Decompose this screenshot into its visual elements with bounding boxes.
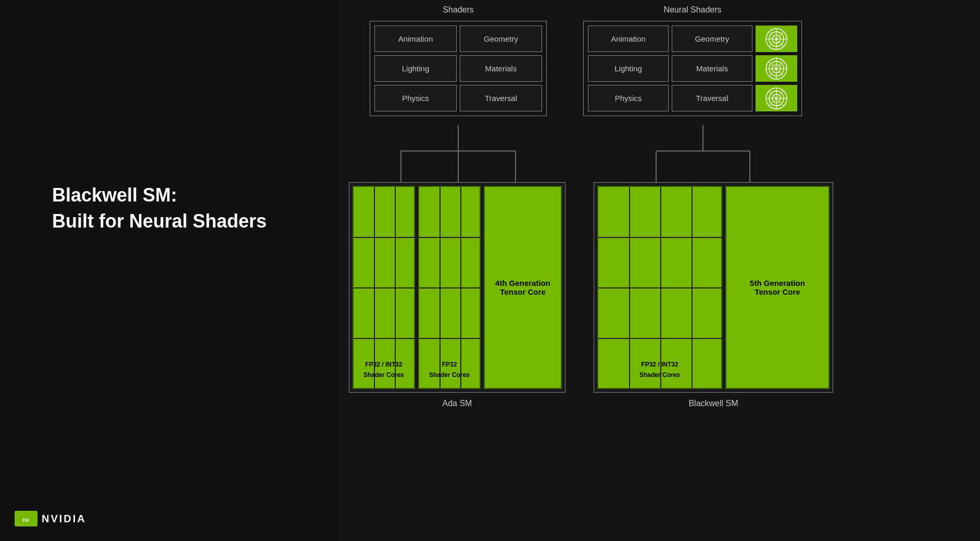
right-panel: Shaders Animation Geometry Lighting Mate… bbox=[338, 0, 980, 541]
neural-cell-lighting: Lighting bbox=[588, 55, 669, 82]
ada-grid-2 bbox=[419, 187, 482, 390]
ada-fp32-int32-label: FP32 / INT32 bbox=[354, 361, 414, 368]
shaders-box: Animation Geometry Lighting Materials Ph… bbox=[370, 21, 547, 116]
ada-tensor-label: 4th Generation Tensor Core bbox=[495, 279, 550, 296]
blackwell-block-fp32-int32: FP32 / INT32 Shader Cores bbox=[597, 186, 722, 389]
shader-cell-physics: Physics bbox=[374, 85, 457, 111]
blackwell-tensor-label: 5th Generation Tensor Core bbox=[750, 279, 805, 296]
blackwell-sm-container: FP32 / INT32 Shader Cores 5th Generation… bbox=[594, 182, 833, 408]
main-title: Blackwell SM: Built for Neural Shaders bbox=[52, 182, 267, 235]
svg-text:nv: nv bbox=[23, 517, 30, 523]
connector-lines bbox=[338, 125, 980, 182]
neural-cell-animation: Animation bbox=[588, 26, 669, 52]
ada-fp32-label: FP32 bbox=[419, 361, 480, 368]
shader-cell-geometry: Geometry bbox=[460, 26, 542, 52]
ada-grid-1 bbox=[354, 187, 416, 390]
neural-network-icon-3 bbox=[765, 87, 788, 110]
neural-icon-materials bbox=[756, 55, 797, 82]
blackwell-sm-blocks: FP32 / INT32 Shader Cores 5th Generation… bbox=[594, 182, 833, 393]
blackwell-sm-label: Blackwell SM bbox=[688, 399, 738, 408]
neural-cell-traversal: Traversal bbox=[672, 85, 752, 111]
neural-shaders-section: Neural Shaders Animation Geometry Lighti… bbox=[583, 5, 802, 116]
ada-shader-cores-label-2: Shader Cores bbox=[419, 371, 480, 379]
blackwell-shader-cores-label: Shader Cores bbox=[598, 371, 721, 379]
neural-cell-physics: Physics bbox=[588, 85, 669, 111]
neural-network-icon-2 bbox=[765, 57, 788, 80]
nvidia-logo: nv NVIDIA bbox=[15, 511, 86, 526]
ada-sm-label: Ada SM bbox=[443, 399, 472, 408]
title-line1: Blackwell SM: bbox=[52, 182, 267, 208]
ada-sm-container: FP32 / INT32 Shader Cores FP32 Shader Co… bbox=[349, 182, 566, 408]
neural-icon-geometry bbox=[756, 26, 797, 52]
neural-cell-materials: Materials bbox=[672, 55, 752, 82]
shader-cell-traversal: Traversal bbox=[460, 85, 542, 111]
shaders-label: Shaders bbox=[370, 5, 547, 15]
ada-shader-cores-label-1: Shader Cores bbox=[354, 371, 414, 379]
ada-block-tensor: 4th Generation Tensor Core bbox=[484, 186, 562, 389]
title-line2: Built for Neural Shaders bbox=[52, 208, 267, 234]
ada-sm-blocks: FP32 / INT32 Shader Cores FP32 Shader Co… bbox=[349, 182, 566, 393]
neural-shaders-label: Neural Shaders bbox=[583, 5, 802, 15]
blackwell-grid-1 bbox=[598, 187, 723, 390]
blackwell-fp32-int32-label: FP32 / INT32 bbox=[598, 361, 721, 368]
left-panel: Blackwell SM: Built for Neural Shaders n… bbox=[0, 0, 338, 541]
nvidia-text: NVIDIA bbox=[42, 513, 86, 525]
blackwell-block-tensor: 5th Generation Tensor Core bbox=[725, 186, 830, 389]
shader-cell-lighting: Lighting bbox=[374, 55, 457, 82]
neural-icon-traversal bbox=[756, 85, 797, 111]
neural-network-icon-1 bbox=[765, 28, 788, 51]
neural-shader-box: Animation Geometry Lighting Materials bbox=[583, 21, 802, 116]
shader-cell-materials: Materials bbox=[460, 55, 542, 82]
shaders-section: Shaders Animation Geometry Lighting Mate… bbox=[370, 5, 547, 116]
ada-block-fp32: FP32 Shader Cores bbox=[418, 186, 481, 389]
ada-block-fp32-int32: FP32 / INT32 Shader Cores bbox=[353, 186, 415, 389]
shader-cell-animation: Animation bbox=[374, 26, 457, 52]
neural-cell-geometry: Geometry bbox=[672, 26, 752, 52]
nvidia-logo-icon: nv bbox=[15, 511, 37, 526]
